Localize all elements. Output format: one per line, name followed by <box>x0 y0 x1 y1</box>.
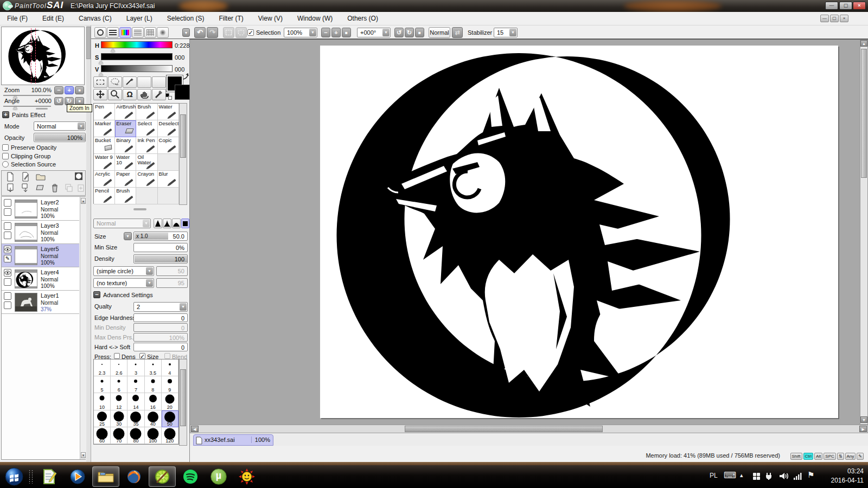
nav-zoom-slider[interactable] <box>3 95 51 96</box>
keyboard-icon[interactable]: ⌨ <box>724 470 736 480</box>
angle-slider-marker[interactable] <box>13 106 17 110</box>
size-cell[interactable]: 60 <box>94 427 111 444</box>
nav-zoom-in-button[interactable]: + <box>65 86 74 94</box>
value-slider[interactable] <box>101 65 173 72</box>
size-cell[interactable]: 30 <box>111 410 127 427</box>
document-tab[interactable]: xx343ef.sai 100% <box>193 434 273 446</box>
nav-rotate-ccw-button[interactable]: ↺ <box>54 97 63 105</box>
hard-soft-field[interactable]: 0 <box>133 343 188 351</box>
size-cell[interactable]: 80 <box>127 427 144 444</box>
tool-inkpen[interactable]: Ink Pen <box>136 137 157 154</box>
brush-size-field[interactable]: x 1.050.0 <box>133 232 188 241</box>
menu-selection[interactable]: Selection (S) <box>167 15 205 22</box>
size-cell[interactable]: 2.3 <box>94 359 111 376</box>
tool-bucket[interactable]: Bucket <box>94 137 115 154</box>
tool-acrylic[interactable]: Acrylic <box>94 171 115 188</box>
menu-window[interactable]: Window (W) <box>297 15 333 22</box>
layer-row-layer5-selected[interactable]: ✎ Layer5 Normal 100% <box>2 244 79 267</box>
left-panel-scrollbar[interactable] <box>86 25 91 462</box>
action-center-windows-icon[interactable] <box>753 473 760 480</box>
chevron-down-icon[interactable]: ▼ <box>309 29 316 36</box>
view-list-button[interactable] <box>132 27 144 38</box>
scrollbar-thumb[interactable] <box>180 369 186 426</box>
brush-blend-combo[interactable]: Normal▼ <box>93 219 151 228</box>
menu-filter[interactable]: Filter (T) <box>219 15 243 22</box>
layer-row-layer2[interactable]: Layer2 Normal 100% <box>2 197 79 221</box>
tool-pencil[interactable]: Pencil <box>94 188 115 204</box>
taskbar-grip[interactable] <box>28 470 34 484</box>
canvas-vscrollbar[interactable]: ▲ ▼ <box>860 40 868 425</box>
navigator-preview[interactable] <box>1 27 85 85</box>
tool-eraser-selected[interactable]: Eraser <box>115 120 136 137</box>
undo-button[interactable]: ↶ <box>194 27 206 38</box>
tray-clock[interactable]: 03:24 2016-04-11 <box>831 467 864 485</box>
size-cell[interactable]: 120 <box>162 427 178 444</box>
size-unit-dropdown[interactable]: ▼ <box>124 232 132 240</box>
size-cell[interactable]: 12 <box>111 393 127 410</box>
zoom-out-button[interactable]: − <box>321 28 330 37</box>
tool-marker[interactable]: Marker <box>94 120 115 137</box>
tool-pen[interactable]: Pen <box>94 104 115 120</box>
value-marker[interactable] <box>99 73 103 76</box>
rect-select-tool[interactable] <box>93 76 107 88</box>
new-vector-layer-button[interactable] <box>20 172 31 182</box>
tool-empty-slot[interactable] <box>158 154 179 171</box>
taskbar-firefox[interactable] <box>120 466 148 487</box>
redo-button[interactable]: ↷ <box>207 27 218 38</box>
min-size-field[interactable]: 0% <box>133 243 188 252</box>
zoom-reset-button[interactable]: ■ <box>342 28 351 37</box>
clipping-group-checkbox[interactable] <box>2 153 9 159</box>
zoom-tool[interactable] <box>108 89 122 100</box>
paints-effect-expand-icon[interactable]: + <box>2 111 9 118</box>
size-cell[interactable]: 35 <box>127 410 144 427</box>
size-cell[interactable]: 14 <box>127 393 144 410</box>
chevron-down-icon[interactable]: ▼ <box>78 123 85 130</box>
taskbar-notepadpp[interactable] <box>36 466 63 487</box>
layer-lock-checkbox[interactable] <box>4 278 11 286</box>
tool-copic[interactable]: Copic <box>158 137 179 154</box>
view-grid-button[interactable] <box>144 27 156 38</box>
chevron-down-icon[interactable]: ▼ <box>180 303 187 311</box>
tool-empty-slot[interactable] <box>136 188 157 204</box>
selection-source-radio[interactable] <box>2 161 9 168</box>
new-layer-button[interactable] <box>5 172 16 182</box>
layer-lock-checkbox[interactable] <box>4 232 11 239</box>
tool-binary[interactable]: Binary <box>115 137 136 154</box>
action-center-flag-icon[interactable]: ⚑ <box>807 470 814 480</box>
clear-layer-button[interactable] <box>35 183 46 193</box>
scrollbar-thumb[interactable] <box>180 114 186 158</box>
size-cell[interactable]: 5 <box>94 376 111 393</box>
panel-grip[interactable] <box>36 108 48 110</box>
stabilizer-combo[interactable]: 15▼ <box>494 28 518 37</box>
maximize-button[interactable]: ▢ <box>839 2 852 10</box>
layer-visibility-checkbox[interactable] <box>4 222 11 230</box>
eyedropper-tool[interactable] <box>152 89 166 100</box>
language-indicator[interactable]: PL <box>710 472 718 479</box>
chevron-down-icon[interactable]: ▼ <box>146 267 153 275</box>
size-cell[interactable]: 3 <box>127 359 144 376</box>
press-size-checkbox[interactable]: ✓ <box>139 353 145 359</box>
new-folder-button[interactable] <box>35 172 46 182</box>
power-plug-icon[interactable] <box>765 472 774 480</box>
layer-lock-checkbox[interactable] <box>4 301 11 309</box>
size-grid-scrollbar[interactable] <box>179 359 187 446</box>
advanced-collapse-icon[interactable]: − <box>93 291 100 298</box>
layer-row-layer4[interactable]: Layer4 Normal 100% <box>2 267 79 291</box>
tool-deselect[interactable]: Deselect <box>158 120 179 137</box>
tool-water10[interactable]: Water 10 <box>115 154 136 171</box>
view-circle-button[interactable] <box>94 27 106 38</box>
tool-water[interactable]: Water <box>158 104 179 120</box>
mdi-restore-button[interactable]: ▢ <box>830 15 839 22</box>
zoom-in-button[interactable]: + <box>331 28 341 37</box>
canvas-area[interactable] <box>190 39 868 425</box>
scroll-up-icon[interactable]: ▲ <box>860 40 867 47</box>
size-cell[interactable]: 100 <box>145 427 162 444</box>
size-cell[interactable]: 2.6 <box>111 359 127 376</box>
close-button[interactable]: × <box>853 2 866 10</box>
brush-shape-combo[interactable]: (simple circle)▼ <box>93 266 154 276</box>
size-cell[interactable]: 40 <box>145 410 162 427</box>
size-cell[interactable]: 3.5 <box>145 359 162 376</box>
menu-edit[interactable]: Edit (E) <box>42 15 64 22</box>
scroll-up-icon[interactable]: ▲ <box>81 198 86 204</box>
view-soft-button[interactable] <box>157 27 169 38</box>
